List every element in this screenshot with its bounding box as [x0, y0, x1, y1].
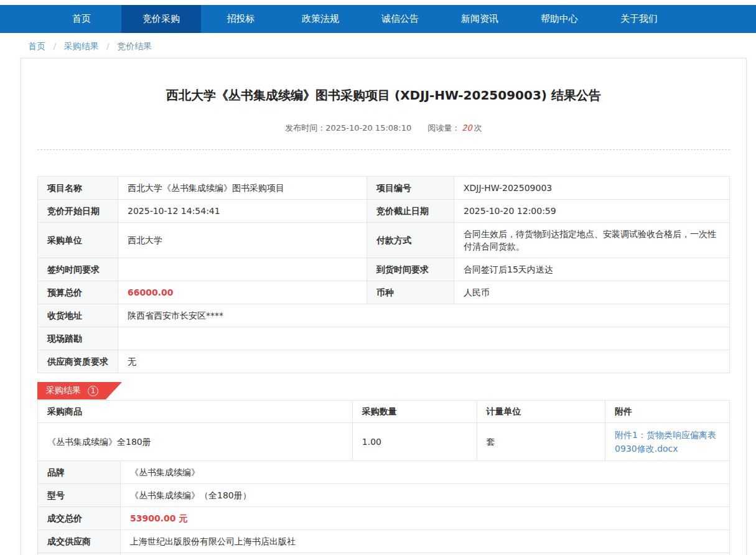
table-row: 型号 《丛书集成续编》（全180册）	[38, 484, 730, 507]
table-row: 竞价开始日期 2025-10-12 14:54:41 竞价截止日期 2025-1…	[38, 200, 730, 223]
project-name-value: 西北大学《丛书集成续编》图书采购项目	[118, 177, 367, 200]
label-bid-start-date: 竞价开始日期	[38, 200, 118, 223]
label-purchasing-unit: 采购单位	[38, 223, 118, 258]
budget-total-value: 66000.00	[118, 281, 367, 304]
table-row: 供应商资质要求 无	[38, 350, 730, 373]
breadcrumb-home[interactable]: 首页	[28, 41, 45, 51]
label-currency: 币种	[367, 281, 454, 304]
product-value: 《丛书集成续编》全180册	[38, 423, 353, 461]
winning-supplier-value: 上海世纪出版股份有限公司上海书店出版社	[121, 530, 730, 553]
currency-value: 人民币	[454, 281, 730, 304]
model-value: 《丛书集成续编》（全180册）	[121, 484, 730, 507]
nav-item-policies[interactable]: 政策法规	[281, 5, 360, 33]
label-payment-method: 付款方式	[367, 223, 454, 258]
label-project-name: 项目名称	[38, 177, 118, 200]
nav-item-news[interactable]: 新闻资讯	[440, 5, 520, 33]
table-row: 《丛书集成续编》全180册 1.00 套 附件1：货物类响应偏离表0930修改.…	[38, 423, 730, 461]
nav-item-integrity-notice[interactable]: 诚信公告	[360, 5, 440, 33]
project-number-value: XDJJ-HW-202509003	[454, 177, 730, 200]
label-model: 型号	[38, 484, 121, 507]
article-meta: 发布时间：2025-10-20 15:08:10阅读量：20次	[37, 123, 730, 134]
table-row: 预算总价 66000.00 币种 人民币	[38, 281, 730, 304]
label-warranty-service: 质保及售后服务	[38, 553, 121, 555]
breadcrumb-bidding-results: 竞价结果	[117, 41, 152, 51]
table-row: 现场踏勘	[38, 327, 730, 350]
table-header-row: 采购商品 采购数量 计量单位 附件	[38, 401, 730, 423]
table-row: 成交供应商 上海世纪出版股份有限公司上海书店出版社	[38, 530, 730, 553]
breadcrumb-separator: /	[53, 41, 56, 51]
purchase-result-tag-label: 采购结果	[46, 385, 81, 396]
label-bid-end-date: 竞价截止日期	[367, 200, 454, 223]
label-site-survey: 现场踏勘	[38, 327, 118, 350]
bid-end-date-value: 2025-10-20 12:00:59	[454, 200, 730, 223]
brand-value: 《丛书集成续编》	[121, 461, 730, 484]
deal-total-price-value: 53900.00 元	[121, 507, 730, 530]
signing-time-requirement-value	[118, 258, 367, 281]
label-project-number: 项目编号	[367, 177, 454, 200]
label-signing-time-requirement: 签约时间要求	[38, 258, 118, 281]
breadcrumb-separator: /	[106, 41, 110, 51]
publish-time-label: 发布时间：	[285, 123, 325, 133]
label-delivery-time-requirement: 到货时间要求	[367, 258, 454, 281]
table-row: 采购单位 西北大学 付款方式 合同生效后，待货物到达指定地点、安装调试验收合格后…	[38, 223, 730, 258]
table-row: 质保及售后服务 质保期：自验收合格之日起1年。质保期内如有质量问题，供应商无条件…	[38, 553, 730, 555]
table-row: 签约时间要求 到货时间要求 合同签订后15天内送达	[38, 258, 730, 281]
views-label: 阅读量：	[427, 123, 460, 133]
header-attachment: 附件	[605, 401, 730, 423]
bid-start-date-value: 2025-10-12 14:54:41	[118, 200, 367, 223]
page-title: 西北大学《丛书集成续编》图书采购项目 (XDJJ-HW-202509003) 结…	[37, 87, 730, 104]
table-row: 收货地址 陕西省西安市长安区****	[38, 304, 730, 327]
site-survey-value	[118, 327, 730, 350]
nav-item-home[interactable]: 首页	[42, 5, 121, 33]
payment-method-value: 合同生效后，待货物到达指定地点、安装调试验收合格后，一次性付清合同货款。	[454, 223, 730, 258]
header-quantity: 采购数量	[352, 401, 477, 423]
label-winning-supplier: 成交供应商	[38, 530, 121, 553]
views-count: 20	[462, 123, 472, 133]
purchase-result-tag: 采购结果 1	[37, 382, 122, 399]
delivery-address-value: 陕西省西安市长安区****	[118, 304, 730, 327]
deal-detail-table: 品牌 《丛书集成续编》 型号 《丛书集成续编》（全180册） 成交总价 5390…	[37, 460, 730, 555]
header-unit: 计量单位	[477, 401, 605, 423]
label-brand: 品牌	[38, 461, 121, 484]
label-deal-total-price: 成交总价	[38, 507, 121, 530]
unit-value: 套	[477, 423, 605, 461]
delivery-time-requirement-value: 合同签订后15天内送达	[454, 258, 730, 281]
label-budget-total: 预算总价	[38, 281, 118, 304]
divider	[37, 149, 730, 150]
breadcrumb-purchase-results[interactable]: 采购结果	[64, 41, 99, 51]
publish-time-value: 2025-10-20 15:08:10	[325, 123, 411, 133]
supplier-qualification-value: 无	[118, 350, 730, 373]
result-count-badge: 1	[88, 386, 98, 396]
breadcrumb: 首页 / 采购结果 / 竞价结果	[28, 41, 756, 52]
top-navigation: 首页 竞价采购 招投标 政策法规 诚信公告 新闻资讯 帮助中心 关于我们	[0, 5, 756, 33]
purchasing-unit-value: 西北大学	[118, 223, 367, 258]
nav-item-bidding-purchase[interactable]: 竞价采购	[121, 5, 201, 33]
announcement-card: 西北大学《丛书集成续编》图书采购项目 (XDJJ-HW-202509003) 结…	[21, 58, 747, 555]
warranty-service-value: 质保期：自验收合格之日起1年。质保期内如有质量问题，供应商无条件免费更换。质保期…	[121, 553, 730, 555]
nav-item-help-center[interactable]: 帮助中心	[520, 5, 599, 33]
table-row: 成交总价 53900.00 元	[38, 507, 730, 530]
header-product: 采购商品	[38, 401, 353, 423]
table-row: 品牌 《丛书集成续编》	[38, 461, 730, 484]
quantity-value: 1.00	[352, 423, 477, 461]
label-delivery-address: 收货地址	[38, 304, 118, 327]
nav-item-tendering[interactable]: 招投标	[201, 5, 281, 33]
table-row: 项目名称 西北大学《丛书集成续编》图书采购项目 项目编号 XDJJ-HW-202…	[38, 177, 730, 200]
nav-item-about-us[interactable]: 关于我们	[599, 5, 679, 33]
views-unit: 次	[474, 123, 482, 133]
label-supplier-qualification: 供应商资质要求	[38, 350, 118, 373]
attachment-link[interactable]: 附件1：货物类响应偏离表0930修改.docx	[615, 430, 716, 454]
purchase-result-table: 采购商品 采购数量 计量单位 附件 《丛书集成续编》全180册 1.00 套 附…	[37, 400, 730, 461]
project-info-table: 项目名称 西北大学《丛书集成续编》图书采购项目 项目编号 XDJJ-HW-202…	[37, 176, 730, 373]
